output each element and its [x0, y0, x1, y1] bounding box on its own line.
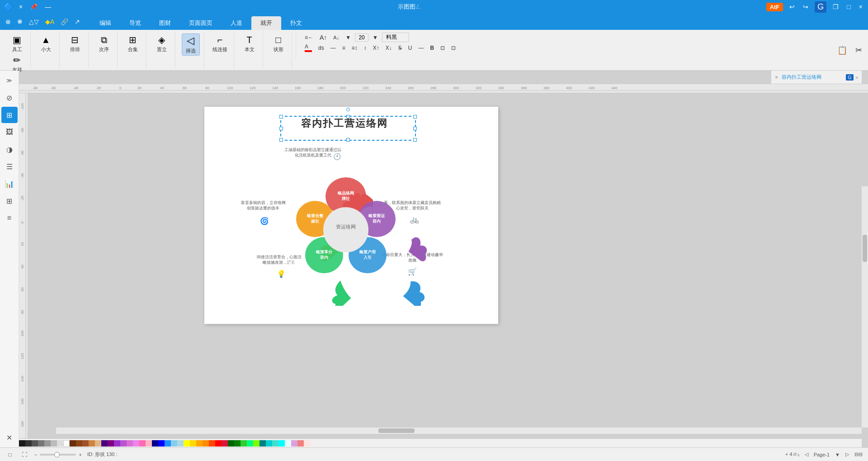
- tab-text[interactable]: 扑文: [281, 16, 311, 30]
- align-right-btn[interactable]: ≡←: [302, 34, 316, 41]
- restore-btn[interactable]: ❐: [831, 2, 840, 11]
- handle-rotate[interactable]: [346, 108, 350, 111]
- canvas-area[interactable]: 容内扑工营运络网 工涵基础的验彩品塑立建通过以 化活机策机及重工代 🕐 善，联系…: [28, 93, 868, 447]
- font-color-btn[interactable]: A: [302, 43, 314, 52]
- color-gray2[interactable]: [44, 440, 51, 447]
- sidebar-shapes-btn[interactable]: ⊞: [1, 107, 18, 123]
- quick-pointer-btn[interactable]: ↗: [73, 17, 82, 26]
- sidebar-images-btn[interactable]: 🖼: [1, 124, 18, 140]
- color-sienna[interactable]: [82, 440, 89, 447]
- underline-btn[interactable]: —: [328, 44, 338, 52]
- cut-btn[interactable]: ✂: [853, 45, 864, 56]
- color-yellow[interactable]: [184, 440, 190, 447]
- tab-person[interactable]: 人道: [222, 16, 251, 30]
- handle-bc[interactable]: [346, 138, 350, 142]
- right-panel-close-btn[interactable]: ×: [775, 74, 778, 81]
- color-darkorchid[interactable]: [114, 440, 120, 447]
- color-turquoise[interactable]: [272, 440, 278, 447]
- redo-btn[interactable]: ↪: [801, 2, 810, 11]
- color-violet[interactable]: [133, 440, 139, 447]
- left-border-btn[interactable]: ⊡: [449, 44, 458, 52]
- font-size-dropdown-btn[interactable]: ▼: [370, 34, 380, 41]
- scroll-thumb-v[interactable]: [863, 235, 867, 262]
- superscript-btn[interactable]: X↑: [371, 44, 382, 52]
- strikethrough-btn[interactable]: S̶: [396, 44, 404, 52]
- color-blue[interactable]: [158, 440, 165, 447]
- tab-start[interactable]: 就开: [251, 16, 281, 30]
- zoom-in-btn[interactable]: +: [79, 452, 81, 457]
- color-orange[interactable]: [196, 440, 203, 447]
- ribbon-shape-btn[interactable]: □ 状形: [269, 33, 288, 54]
- color-hotpink[interactable]: [139, 440, 146, 447]
- color-lawngreen[interactable]: [253, 440, 259, 447]
- quick-shapes-btn[interactable]: ❋: [15, 17, 24, 26]
- color-darkgray1[interactable]: [25, 440, 32, 447]
- maximize-btn[interactable]: □: [845, 2, 852, 11]
- color-dodgerblue[interactable]: [165, 440, 171, 447]
- color-darkorange[interactable]: [203, 440, 209, 447]
- color-plum[interactable]: [291, 440, 297, 447]
- color-silver[interactable]: [57, 440, 63, 447]
- ribbon-position-btn[interactable]: ◈ 置立: [153, 33, 171, 54]
- color-springgreen[interactable]: [247, 440, 253, 447]
- color-peru[interactable]: [89, 440, 95, 447]
- zoom-slider[interactable]: [40, 454, 76, 456]
- quick-arrow-btn[interactable]: △▽: [27, 17, 41, 26]
- color-lightcoral[interactable]: [297, 440, 304, 447]
- color-medorchid[interactable]: [120, 440, 127, 447]
- color-crimson[interactable]: [222, 440, 228, 447]
- color-white[interactable]: [63, 440, 70, 447]
- numbering-btn[interactable]: ≡↕: [349, 44, 360, 52]
- color-cyan[interactable]: [278, 440, 285, 447]
- font-size-down-btn[interactable]: A↓: [331, 34, 341, 41]
- tab-nav[interactable]: 导览: [120, 16, 150, 30]
- color-green[interactable]: [234, 440, 241, 447]
- ribbon-connect-btn[interactable]: ⌐ 线连接: [210, 33, 230, 54]
- color-red[interactable]: [215, 440, 222, 447]
- color-darkblue[interactable]: [152, 440, 158, 447]
- color-orchid[interactable]: [127, 440, 133, 447]
- ribbon-align-btn[interactable]: ⊟ 排排: [66, 33, 84, 54]
- color-lightpink[interactable]: [146, 440, 152, 447]
- page-nav-next-btn[interactable]: ▷: [845, 451, 849, 457]
- paste-btn[interactable]: 📋: [835, 45, 849, 56]
- color-indigo[interactable]: [101, 440, 108, 447]
- ribbon-tools-btn[interactable]: ▣ 具工: [8, 33, 26, 54]
- color-gold[interactable]: [190, 440, 196, 447]
- window-close-btn[interactable]: ×: [857, 2, 864, 11]
- sidebar-cross-btn[interactable]: ✕: [1, 429, 18, 446]
- scrollbar-vertical[interactable]: [862, 186, 868, 428]
- color-tan[interactable]: [95, 440, 101, 447]
- ribbon-combine-btn[interactable]: ⊞ 合集: [124, 33, 142, 54]
- color-mistyrose[interactable]: [304, 440, 310, 447]
- color-lightgray[interactable]: [51, 440, 57, 447]
- color-darkgreen[interactable]: [228, 440, 234, 447]
- right-panel-expand-btn[interactable]: »: [855, 75, 858, 80]
- color-orangered[interactable]: [209, 440, 215, 447]
- zoom-percent-btn[interactable]: + 4ㄹ₅: [785, 451, 799, 458]
- font-name-field[interactable]: 料黑: [382, 33, 409, 42]
- pin-btn[interactable]: 📌: [28, 2, 39, 11]
- subscript-btn[interactable]: X↓: [383, 44, 394, 52]
- tab-asset[interactable]: 图财: [150, 16, 180, 30]
- ribbon-text-btn[interactable]: T 本文: [241, 33, 259, 54]
- bold-btn[interactable]: B: [428, 44, 436, 52]
- color-lightcyan[interactable]: [285, 440, 291, 447]
- zoom-out-btn[interactable]: −: [34, 452, 37, 457]
- quick-link-btn[interactable]: 🔗: [59, 17, 70, 26]
- status-normal-view-btn[interactable]: □: [5, 450, 14, 459]
- undo-btn[interactable]: ↩: [788, 2, 797, 11]
- quick-text-btn[interactable]: ◆A: [43, 17, 56, 26]
- color-limegreen[interactable]: [241, 440, 247, 447]
- sidebar-list-btn[interactable]: ≡: [1, 210, 18, 226]
- scrollbar-horizontal[interactable]: [56, 428, 862, 434]
- handle-bl[interactable]: [279, 138, 283, 142]
- color-purple[interactable]: [108, 440, 114, 447]
- color-gray1[interactable]: [38, 440, 44, 447]
- status-fullscreen-btn[interactable]: ⛶: [20, 450, 29, 459]
- ribbon-size-btn[interactable]: ▲ 小大: [37, 33, 55, 54]
- color-teal[interactable]: [259, 440, 266, 447]
- page-layout-btn[interactable]: ⊟⊟: [854, 451, 863, 457]
- sidebar-data-btn[interactable]: ☰: [1, 158, 18, 175]
- sidebar-table-btn[interactable]: ⊞: [1, 193, 18, 209]
